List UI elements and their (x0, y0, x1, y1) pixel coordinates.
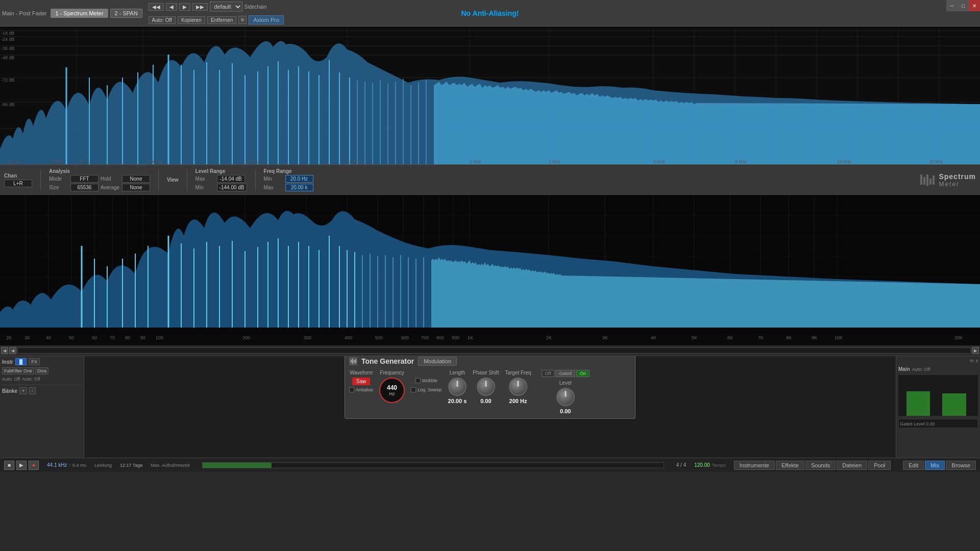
scroll-left-btn[interactable]: ◀ (1, 347, 8, 354)
min-value-btn[interactable]: -144.00 dB (217, 184, 247, 191)
scroll-track[interactable] (17, 347, 971, 354)
freq-9k: 9K (812, 335, 817, 340)
close-btn[interactable]: ✕ (969, 0, 980, 11)
settings-icon[interactable]: ⚙ (238, 16, 247, 24)
top-bar: Main - Post Fader 1 - Spectrum Meter 2 -… (0, 0, 980, 27)
remove-btn[interactable]: Entfernen (207, 16, 236, 24)
plugin1-btn[interactable]: FabFilter One (2, 367, 34, 374)
hold-label: Hold (101, 176, 120, 182)
progress-bar[interactable] (202, 462, 664, 468)
tone-generator-panel: Tone Generator Modulation Waveform Saw A… (345, 356, 635, 419)
svg-text:30 kHz: 30 kHz (929, 159, 944, 164)
size-value-btn[interactable]: 65536 (70, 184, 99, 191)
level-knob[interactable] (556, 388, 575, 406)
stop-btn[interactable]: ■ (4, 461, 14, 470)
antialias-checkbox[interactable] (349, 387, 354, 392)
axiom-btn[interactable]: Axiom Pro (249, 15, 284, 24)
freq-20: 20 (6, 335, 11, 340)
db-label-36: -36 dB (1, 46, 15, 51)
back-btn[interactable]: ◀ (166, 3, 177, 11)
bpm-value: 120.00 (694, 462, 710, 468)
main-label: Main (898, 366, 910, 372)
phase-knob[interactable] (477, 378, 495, 396)
db-label-96: -96 dB (1, 102, 15, 107)
tab-spectrum-meter[interactable]: 1 - Spectrum Meter (51, 9, 108, 18)
tab-span[interactable]: 2 - SPAN (110, 9, 142, 18)
browse-btn[interactable]: Browse (946, 461, 976, 470)
freq-value: 440 (387, 384, 397, 391)
svg-text:15 kHz: 15 kHz (837, 159, 852, 164)
phase-label: Phase Shift (473, 370, 499, 375)
scroll-right-btn[interactable]: ▶ (972, 347, 979, 354)
divider2 (158, 170, 159, 190)
divider1 (40, 170, 41, 190)
waveform-section: Waveform Saw Antialias (349, 370, 373, 392)
mode-value-btn[interactable]: FFT (70, 175, 99, 183)
log-sweep-checkbox[interactable] (411, 387, 416, 392)
length-knob[interactable] (448, 378, 467, 396)
beat-item: 4 / 4 (676, 462, 686, 468)
max-value-btn[interactable]: -14.04 dB (217, 175, 245, 183)
chan-value-btn[interactable]: L+R (4, 180, 32, 187)
on-btn[interactable]: On (576, 370, 590, 377)
freq-8k: 8K (786, 335, 792, 340)
edit-btn[interactable]: Edit (903, 461, 924, 470)
gated-btn[interactable]: Gated (555, 370, 575, 377)
edit-mix-browse: Edit Mix Browse (903, 461, 976, 470)
remove-bank-btn[interactable]: - (29, 387, 36, 394)
max-label: Max (195, 176, 215, 182)
db-label-24: -24 dB (1, 37, 15, 42)
transport-controls: ■ ▶ ● (4, 461, 39, 470)
svg-text:20 Hz: 20 Hz (8, 159, 20, 164)
freq-60: 60 (92, 335, 97, 340)
anti-aliasing-warning: No Anti-Aliasing! (461, 9, 519, 17)
freq-600: 600 (401, 335, 409, 340)
freq-1k: 1K (468, 335, 473, 340)
freq-900: 900 (452, 335, 459, 340)
log-sweep-label: Log. Sweep (418, 387, 442, 392)
ffwd-btn[interactable]: ▶▶ (192, 3, 208, 11)
plugin2-btn[interactable]: Diva (35, 367, 48, 374)
modulation-btn[interactable]: Modulation (418, 357, 457, 366)
divider4 (255, 170, 256, 190)
spectrum-top-panel: -18 dB -24 dB -36 dB -48 dB -72 dB -96 d… (0, 27, 980, 195)
pool-tab[interactable]: Pool (868, 461, 891, 470)
off-btn[interactable]: Off (542, 370, 555, 377)
length-section: Length 20.00 s (448, 370, 467, 404)
svg-rect-135 (354, 360, 355, 363)
frequency-display[interactable]: 440 Hz (379, 378, 405, 403)
sounds-tab[interactable]: Sounds (805, 461, 836, 470)
waveform-value[interactable]: Saw (352, 378, 370, 385)
average-value-btn[interactable]: None (122, 184, 150, 191)
minimize-btn[interactable]: ─ (946, 0, 958, 11)
wobble-checkbox[interactable] (415, 378, 421, 383)
scroll-left2-btn[interactable]: ◀ (9, 347, 16, 354)
track-content: Tone Generator Modulation Waveform Saw A… (84, 356, 896, 458)
status-bar: ■ ▶ ● 44.1 kHz / 0.4 ms Leistung 12:17 T… (0, 458, 980, 472)
record-btn[interactable]: ● (29, 461, 39, 470)
play-btn[interactable]: ▶ (16, 461, 27, 470)
hold-value-btn[interactable]: None (122, 175, 150, 183)
max-rec-item: Max. Aufnahmezeit (151, 463, 190, 468)
dateien-tab[interactable]: Dateien (837, 461, 867, 470)
auto-off-btn[interactable]: Auto: Off (149, 16, 176, 24)
fwd-btn[interactable]: ▶ (179, 3, 190, 11)
freq-30: 30 (24, 335, 30, 340)
min-label: Min (195, 185, 215, 190)
copy-btn[interactable]: Kopieren (178, 16, 205, 24)
freq-min-value-btn[interactable]: 20.0 Hz (285, 175, 313, 183)
svg-text:5 kHz: 5 kHz (653, 159, 666, 164)
maximize-btn[interactable]: □ (958, 0, 969, 11)
mode-label: Mode (49, 176, 68, 182)
preset-select[interactable]: default (210, 2, 242, 12)
add-bank-btn[interactable]: + (19, 387, 27, 394)
target-freq-knob[interactable] (509, 378, 527, 396)
freq-max-value-btn[interactable]: 20.00 k (285, 184, 313, 191)
right-sidebar: m s Main Auto: Off Gated Level 0.00 (896, 356, 980, 458)
piano-roll-btn[interactable]: ▐▌ (15, 358, 27, 365)
mix-btn[interactable]: Mix (925, 461, 945, 470)
effekte-tab[interactable]: Effekte (776, 461, 804, 470)
rewind-btn[interactable]: ◀◀ (149, 3, 164, 11)
fx-btn[interactable]: FX (29, 358, 40, 365)
instrumente-tab[interactable]: Instrumente (734, 461, 775, 470)
